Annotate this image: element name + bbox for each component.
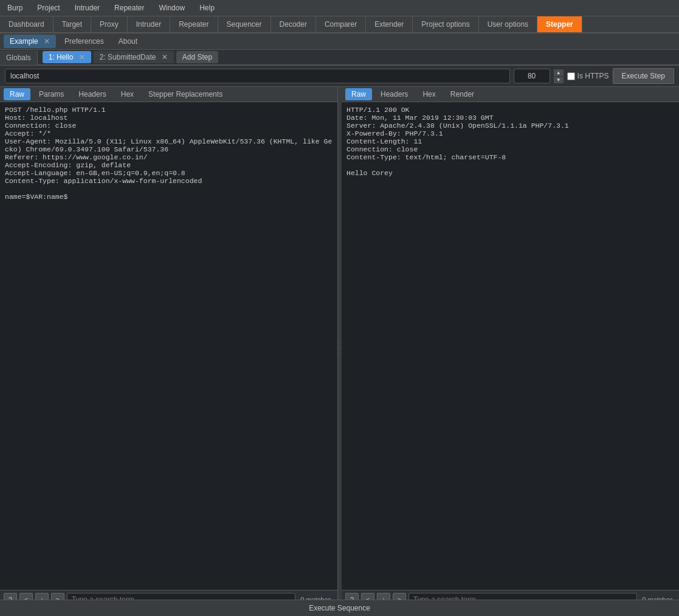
req-tab-headers[interactable]: Headers [72, 88, 112, 100]
tab-stepper[interactable]: Stepper [537, 16, 582, 32]
res-tab-hex[interactable]: Hex [416, 88, 441, 100]
tab-decoder[interactable]: Decoder [271, 16, 316, 32]
menu-burp[interactable]: Burp [4, 1, 26, 15]
execute-step-button[interactable]: Execute Step [613, 68, 674, 84]
tab-target[interactable]: Target [53, 16, 91, 32]
request-panel-tabs: Raw Params Headers Hex Stepper Replaceme… [0, 87, 337, 102]
is-https-checkbox[interactable] [567, 72, 575, 80]
req-tab-hex[interactable]: Hex [115, 88, 140, 100]
port-up-button[interactable]: ▲ [554, 69, 564, 76]
tab-user-options[interactable]: User options [479, 16, 537, 32]
menu-bar: Burp Project Intruder Repeater Window He… [0, 0, 679, 16]
tab-sequencer[interactable]: Sequencer [218, 16, 271, 32]
step-tab-2[interactable]: 2: SubmittedDate ✕ [94, 51, 174, 63]
req-tab-params[interactable]: Params [33, 88, 70, 100]
execute-sequence-bar[interactable]: Execute Sequence [0, 600, 679, 616]
is-https-text: Is HTTPS [577, 72, 609, 80]
tab-preferences[interactable]: Preferences [58, 35, 110, 48]
res-tab-headers[interactable]: Headers [374, 88, 414, 100]
is-https-label: Is HTTPS [567, 72, 609, 80]
tab-project-options[interactable]: Project options [413, 16, 478, 32]
nav-tabs: Dashboard Target Proxy Intruder Repeater… [0, 16, 679, 33]
step-tab-1-close[interactable]: ✕ [79, 53, 85, 61]
response-content[interactable]: HTTP/1.1 200 OK Date: Mon, 11 Mar 2019 1… [342, 102, 679, 590]
res-tab-raw[interactable]: Raw [345, 88, 372, 100]
tab-extender[interactable]: Extender [366, 16, 413, 32]
tab-proxy[interactable]: Proxy [91, 16, 128, 32]
menu-project[interactable]: Project [33, 1, 63, 15]
port-spinner: ▲ ▼ [554, 69, 564, 83]
menu-help[interactable]: Help [196, 1, 218, 15]
request-panel: Raw Params Headers Hex Stepper Replaceme… [0, 87, 338, 609]
req-tab-stepper-replacements[interactable]: Stepper Replacements [142, 88, 229, 100]
step-tab-2-close[interactable]: ✕ [162, 53, 168, 61]
step-tab-2-label: 2: SubmittedDate [100, 53, 156, 61]
tab-comparer[interactable]: Comparer [316, 16, 366, 32]
add-step-button[interactable]: Add Step [176, 51, 218, 63]
tab-repeater[interactable]: Repeater [170, 16, 218, 32]
request-content[interactable]: POST /hello.php HTTP/1.1 Host: localhost… [0, 102, 337, 590]
menu-intruder[interactable]: Intruder [71, 1, 103, 15]
menu-repeater[interactable]: Repeater [111, 1, 148, 15]
port-input[interactable] [514, 69, 550, 83]
tab-example-close[interactable]: ✕ [44, 37, 50, 46]
step-tab-1-label: 1: Hello [49, 53, 74, 61]
req-tab-raw[interactable]: Raw [4, 88, 30, 100]
host-input[interactable] [5, 69, 510, 83]
tab-about[interactable]: About [112, 35, 143, 48]
response-panel: Raw Headers Hex Render HTTP/1.1 200 OK D… [342, 87, 679, 609]
step-tab-1[interactable]: 1: Hello ✕ [43, 51, 91, 63]
globals-tab[interactable]: Globals [0, 50, 38, 65]
response-panel-tabs: Raw Headers Hex Render [342, 87, 679, 102]
tab-example[interactable]: Example ✕ [4, 35, 56, 48]
main-content: Raw Params Headers Hex Stepper Replaceme… [0, 87, 679, 609]
port-down-button[interactable]: ▼ [554, 77, 564, 83]
tab-example-label: Example [10, 37, 38, 46]
bottom-section: Identifier Regex Value submitteddate Dat… [0, 609, 679, 616]
step-tabs: 1: Hello ✕ 2: SubmittedDate ✕ Add Step [38, 50, 679, 65]
url-bar: ▲ ▼ Is HTTPS Execute Step [0, 66, 679, 87]
secondary-tabs: Example ✕ Preferences About [0, 33, 679, 50]
menu-window[interactable]: Window [155, 1, 188, 15]
res-tab-render[interactable]: Render [444, 88, 480, 100]
tab-intruder[interactable]: Intruder [128, 16, 170, 32]
tab-dashboard[interactable]: Dashboard [0, 16, 53, 32]
